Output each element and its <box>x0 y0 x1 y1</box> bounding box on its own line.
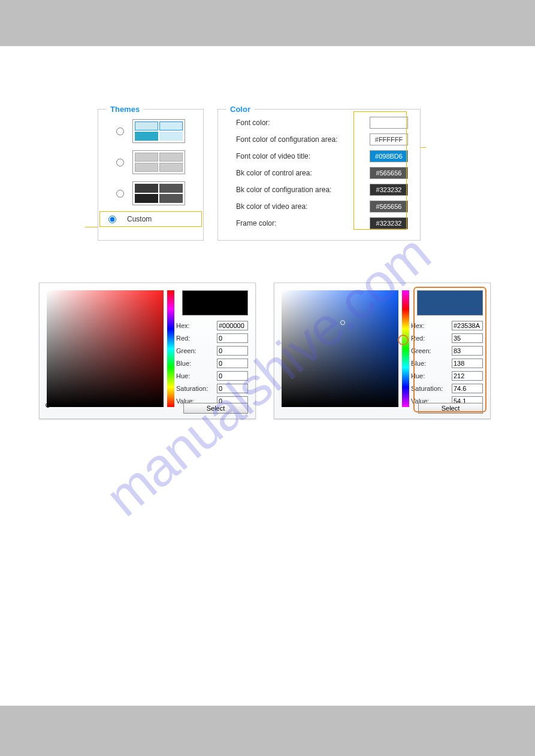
picker-field-hex: Hex: <box>176 319 248 332</box>
color-preview <box>417 290 483 315</box>
theme-thumb-dark <box>132 181 185 205</box>
color-swatch[interactable]: #098BD6 <box>370 150 408 162</box>
field-label: Hue: <box>411 372 452 379</box>
color-legend: Color <box>226 105 254 114</box>
picker-field-saturation: Saturation: <box>411 382 483 394</box>
color-label: Font color of configuration area: <box>236 135 370 144</box>
color-swatch[interactable]: #323232 <box>370 184 408 196</box>
picker-field-red: Red: <box>411 332 483 344</box>
field-label: Red: <box>411 335 452 342</box>
select-button[interactable]: Select <box>418 403 483 414</box>
color-row: Bk color of video area:#565656 <box>218 198 420 215</box>
field-label: Hex: <box>176 322 217 329</box>
saturation-value-area[interactable] <box>47 290 164 407</box>
field-label: Green: <box>176 347 217 354</box>
picker-field-hue: Hue: <box>176 369 248 382</box>
color-picker-black: Hex:Red:Green:Blue:Hue:Saturation:Value:… <box>39 283 256 419</box>
color-swatch[interactable] <box>370 117 408 129</box>
theme-thumb-gray <box>132 150 185 174</box>
color-row: Frame color:#323232 <box>218 215 420 232</box>
red-input[interactable] <box>452 333 483 343</box>
field-label: Red: <box>176 335 217 342</box>
page-footer <box>0 706 535 756</box>
theme-option-1[interactable] <box>98 116 203 147</box>
themes-legend: Themes <box>107 105 143 114</box>
picker-field-red: Red: <box>176 332 248 344</box>
hex-input[interactable] <box>217 321 248 330</box>
color-groupbox: Color Font color:Font color of configura… <box>217 109 421 241</box>
theme-radio-custom[interactable] <box>108 215 116 223</box>
picker-field-blue: Blue: <box>176 357 248 369</box>
color-row: Font color: <box>218 114 420 131</box>
theme-thumb-aqua <box>132 119 185 143</box>
theme-radio-2[interactable] <box>116 159 124 166</box>
saturation-input[interactable] <box>452 384 483 393</box>
picker-field-green: Green: <box>176 344 248 357</box>
field-label: Blue: <box>176 360 217 367</box>
color-swatch[interactable]: #323232 <box>370 217 408 229</box>
hue-input[interactable] <box>217 371 248 381</box>
theme-radio-1[interactable] <box>116 127 124 135</box>
blue-input[interactable] <box>217 359 248 368</box>
picker-field-green: Green: <box>411 344 483 357</box>
field-label: Blue: <box>411 360 452 367</box>
color-row: Font color of video title:#098BD6 <box>218 148 420 165</box>
custom-label: Custom <box>127 215 152 223</box>
color-label: Bk color of video area: <box>236 202 370 211</box>
color-label: Bk color of configuration area: <box>236 186 370 194</box>
hue-slider[interactable] <box>167 290 174 407</box>
color-row: Bk color of control area:#565656 <box>218 165 420 181</box>
blue-input[interactable] <box>452 359 483 368</box>
theme-radio-3[interactable] <box>116 190 124 198</box>
picker-fields: Hex:Red:Green:Blue:Hue:Saturation:Value: <box>176 319 248 407</box>
green-input[interactable] <box>217 346 248 356</box>
color-swatch[interactable]: #565656 <box>370 201 408 212</box>
color-label: Frame color: <box>236 219 370 227</box>
page-header <box>0 0 535 46</box>
page-body: manualshive.com Themes <box>0 46 535 706</box>
theme-option-2[interactable] <box>98 147 203 178</box>
picker-field-hex: Hex: <box>411 319 483 332</box>
color-row: Bk color of configuration area:#323232 <box>218 181 420 198</box>
red-input[interactable] <box>217 333 248 343</box>
picker-field-saturation: Saturation: <box>176 382 248 394</box>
select-button[interactable]: Select <box>183 403 248 414</box>
color-picker-blue: Hex:Red:Green:Blue:Hue:Saturation:Value:… <box>274 283 491 419</box>
hex-input[interactable] <box>452 321 483 330</box>
saturation-value-area[interactable] <box>282 290 398 407</box>
picker-field-blue: Blue: <box>411 357 483 369</box>
field-label: Hue: <box>176 372 217 379</box>
color-label: Bk color of control area: <box>236 169 370 177</box>
picker-field-hue: Hue: <box>411 369 483 382</box>
color-label: Font color: <box>236 119 370 127</box>
picker-fields: Hex:Red:Green:Blue:Hue:Saturation:Value: <box>411 319 483 407</box>
color-swatch[interactable]: #565656 <box>370 167 408 179</box>
callout-line-left <box>85 227 98 227</box>
field-label: Hex: <box>411 322 452 329</box>
field-label: Green: <box>411 347 452 354</box>
color-preview <box>182 290 248 315</box>
color-swatch[interactable]: #FFFFFF <box>370 133 408 145</box>
field-label: Saturation: <box>411 385 452 392</box>
themes-groupbox: Themes <box>98 109 204 241</box>
figure-pickers: Hex:Red:Green:Blue:Hue:Saturation:Value:… <box>39 283 491 419</box>
color-row: Font color of configuration area:#FFFFFF <box>218 131 420 148</box>
field-label: Saturation: <box>176 385 217 392</box>
theme-option-3[interactable] <box>98 178 203 209</box>
saturation-input[interactable] <box>217 384 248 393</box>
hue-slider[interactable] <box>402 290 409 407</box>
color-label: Font color of video title: <box>236 152 370 160</box>
hue-input[interactable] <box>452 371 483 381</box>
green-input[interactable] <box>452 346 483 356</box>
theme-option-custom[interactable]: Custom <box>99 211 202 227</box>
